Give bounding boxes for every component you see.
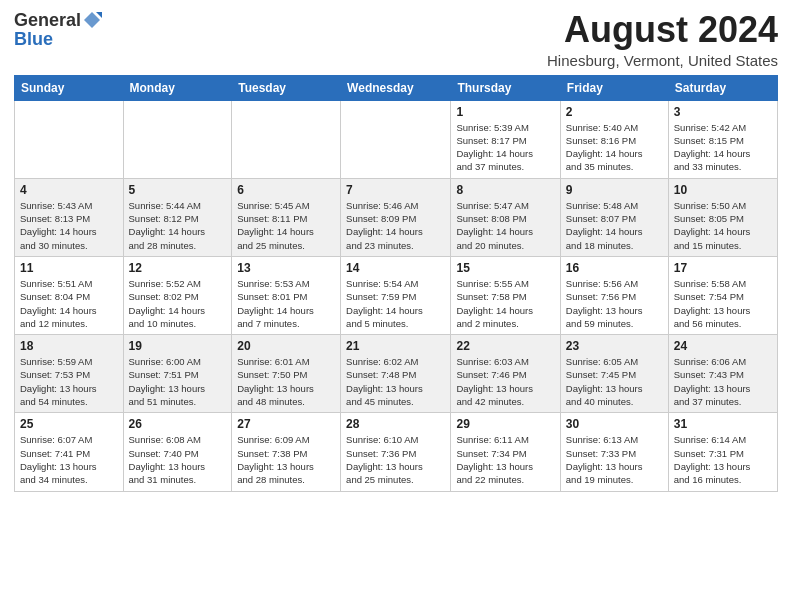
calendar-day-cell: 13Sunrise: 5:53 AM Sunset: 8:01 PM Dayli… xyxy=(232,256,341,334)
calendar-day-cell: 3Sunrise: 5:42 AM Sunset: 8:15 PM Daylig… xyxy=(668,100,777,178)
calendar-day-header: Monday xyxy=(123,75,232,100)
day-info: Sunrise: 5:51 AM Sunset: 8:04 PM Dayligh… xyxy=(20,277,118,330)
calendar-day-header: Sunday xyxy=(15,75,124,100)
calendar-day-cell: 16Sunrise: 5:56 AM Sunset: 7:56 PM Dayli… xyxy=(560,256,668,334)
calendar: SundayMondayTuesdayWednesdayThursdayFrid… xyxy=(14,75,778,492)
day-info: Sunrise: 6:00 AM Sunset: 7:51 PM Dayligh… xyxy=(129,355,227,408)
day-info: Sunrise: 5:50 AM Sunset: 8:05 PM Dayligh… xyxy=(674,199,772,252)
calendar-day-cell: 23Sunrise: 6:05 AM Sunset: 7:45 PM Dayli… xyxy=(560,335,668,413)
day-info: Sunrise: 6:13 AM Sunset: 7:33 PM Dayligh… xyxy=(566,433,663,486)
day-info: Sunrise: 5:56 AM Sunset: 7:56 PM Dayligh… xyxy=(566,277,663,330)
calendar-day-cell: 9Sunrise: 5:48 AM Sunset: 8:07 PM Daylig… xyxy=(560,178,668,256)
day-number: 25 xyxy=(20,417,118,431)
logo-icon xyxy=(82,10,102,30)
calendar-week-row: 4Sunrise: 5:43 AM Sunset: 8:13 PM Daylig… xyxy=(15,178,778,256)
day-number: 4 xyxy=(20,183,118,197)
calendar-week-row: 1Sunrise: 5:39 AM Sunset: 8:17 PM Daylig… xyxy=(15,100,778,178)
day-info: Sunrise: 6:06 AM Sunset: 7:43 PM Dayligh… xyxy=(674,355,772,408)
day-number: 7 xyxy=(346,183,445,197)
day-number: 26 xyxy=(129,417,227,431)
day-info: Sunrise: 5:47 AM Sunset: 8:08 PM Dayligh… xyxy=(456,199,554,252)
day-info: Sunrise: 6:11 AM Sunset: 7:34 PM Dayligh… xyxy=(456,433,554,486)
calendar-day-cell: 24Sunrise: 6:06 AM Sunset: 7:43 PM Dayli… xyxy=(668,335,777,413)
calendar-day-cell: 30Sunrise: 6:13 AM Sunset: 7:33 PM Dayli… xyxy=(560,413,668,491)
calendar-day-cell: 17Sunrise: 5:58 AM Sunset: 7:54 PM Dayli… xyxy=(668,256,777,334)
calendar-day-cell: 22Sunrise: 6:03 AM Sunset: 7:46 PM Dayli… xyxy=(451,335,560,413)
day-number: 3 xyxy=(674,105,772,119)
day-number: 2 xyxy=(566,105,663,119)
day-info: Sunrise: 5:55 AM Sunset: 7:58 PM Dayligh… xyxy=(456,277,554,330)
calendar-day-cell: 1Sunrise: 5:39 AM Sunset: 8:17 PM Daylig… xyxy=(451,100,560,178)
logo: General xyxy=(14,10,103,30)
day-number: 31 xyxy=(674,417,772,431)
day-number: 29 xyxy=(456,417,554,431)
calendar-day-cell: 20Sunrise: 6:01 AM Sunset: 7:50 PM Dayli… xyxy=(232,335,341,413)
logo-blue-text: Blue xyxy=(14,30,53,48)
day-number: 5 xyxy=(129,183,227,197)
calendar-day-header: Friday xyxy=(560,75,668,100)
day-number: 6 xyxy=(237,183,335,197)
svg-marker-0 xyxy=(84,12,100,28)
day-number: 28 xyxy=(346,417,445,431)
calendar-day-cell: 10Sunrise: 5:50 AM Sunset: 8:05 PM Dayli… xyxy=(668,178,777,256)
calendar-day-cell: 7Sunrise: 5:46 AM Sunset: 8:09 PM Daylig… xyxy=(341,178,451,256)
header: General Blue August 2024 Hinesburg, Verm… xyxy=(14,10,778,69)
day-number: 24 xyxy=(674,339,772,353)
day-number: 10 xyxy=(674,183,772,197)
calendar-day-cell: 29Sunrise: 6:11 AM Sunset: 7:34 PM Dayli… xyxy=(451,413,560,491)
day-info: Sunrise: 5:46 AM Sunset: 8:09 PM Dayligh… xyxy=(346,199,445,252)
day-info: Sunrise: 5:44 AM Sunset: 8:12 PM Dayligh… xyxy=(129,199,227,252)
day-number: 19 xyxy=(129,339,227,353)
day-info: Sunrise: 5:53 AM Sunset: 8:01 PM Dayligh… xyxy=(237,277,335,330)
calendar-week-row: 18Sunrise: 5:59 AM Sunset: 7:53 PM Dayli… xyxy=(15,335,778,413)
day-info: Sunrise: 6:10 AM Sunset: 7:36 PM Dayligh… xyxy=(346,433,445,486)
calendar-empty-cell xyxy=(232,100,341,178)
day-info: Sunrise: 5:39 AM Sunset: 8:17 PM Dayligh… xyxy=(456,121,554,174)
calendar-day-cell: 25Sunrise: 6:07 AM Sunset: 7:41 PM Dayli… xyxy=(15,413,124,491)
day-number: 12 xyxy=(129,261,227,275)
day-number: 22 xyxy=(456,339,554,353)
logo-area: General Blue xyxy=(14,10,103,48)
day-number: 11 xyxy=(20,261,118,275)
day-number: 9 xyxy=(566,183,663,197)
calendar-day-cell: 19Sunrise: 6:00 AM Sunset: 7:51 PM Dayli… xyxy=(123,335,232,413)
day-info: Sunrise: 6:05 AM Sunset: 7:45 PM Dayligh… xyxy=(566,355,663,408)
day-info: Sunrise: 5:43 AM Sunset: 8:13 PM Dayligh… xyxy=(20,199,118,252)
calendar-day-cell: 15Sunrise: 5:55 AM Sunset: 7:58 PM Dayli… xyxy=(451,256,560,334)
day-info: Sunrise: 6:14 AM Sunset: 7:31 PM Dayligh… xyxy=(674,433,772,486)
day-number: 18 xyxy=(20,339,118,353)
day-info: Sunrise: 5:58 AM Sunset: 7:54 PM Dayligh… xyxy=(674,277,772,330)
day-info: Sunrise: 5:54 AM Sunset: 7:59 PM Dayligh… xyxy=(346,277,445,330)
calendar-day-cell: 31Sunrise: 6:14 AM Sunset: 7:31 PM Dayli… xyxy=(668,413,777,491)
calendar-day-cell: 18Sunrise: 5:59 AM Sunset: 7:53 PM Dayli… xyxy=(15,335,124,413)
day-number: 15 xyxy=(456,261,554,275)
day-info: Sunrise: 6:03 AM Sunset: 7:46 PM Dayligh… xyxy=(456,355,554,408)
calendar-day-cell: 26Sunrise: 6:08 AM Sunset: 7:40 PM Dayli… xyxy=(123,413,232,491)
day-info: Sunrise: 6:08 AM Sunset: 7:40 PM Dayligh… xyxy=(129,433,227,486)
calendar-day-cell: 2Sunrise: 5:40 AM Sunset: 8:16 PM Daylig… xyxy=(560,100,668,178)
calendar-day-cell: 11Sunrise: 5:51 AM Sunset: 8:04 PM Dayli… xyxy=(15,256,124,334)
day-info: Sunrise: 6:02 AM Sunset: 7:48 PM Dayligh… xyxy=(346,355,445,408)
day-number: 20 xyxy=(237,339,335,353)
main-title: August 2024 xyxy=(547,10,778,50)
calendar-day-cell: 8Sunrise: 5:47 AM Sunset: 8:08 PM Daylig… xyxy=(451,178,560,256)
page: General Blue August 2024 Hinesburg, Verm… xyxy=(0,0,792,612)
calendar-day-header: Thursday xyxy=(451,75,560,100)
logo-general-text: General xyxy=(14,11,81,29)
calendar-empty-cell xyxy=(15,100,124,178)
calendar-day-cell: 14Sunrise: 5:54 AM Sunset: 7:59 PM Dayli… xyxy=(341,256,451,334)
calendar-day-header: Wednesday xyxy=(341,75,451,100)
day-number: 17 xyxy=(674,261,772,275)
day-number: 21 xyxy=(346,339,445,353)
day-number: 27 xyxy=(237,417,335,431)
calendar-day-cell: 12Sunrise: 5:52 AM Sunset: 8:02 PM Dayli… xyxy=(123,256,232,334)
day-info: Sunrise: 5:52 AM Sunset: 8:02 PM Dayligh… xyxy=(129,277,227,330)
day-info: Sunrise: 5:40 AM Sunset: 8:16 PM Dayligh… xyxy=(566,121,663,174)
calendar-empty-cell xyxy=(341,100,451,178)
day-info: Sunrise: 5:48 AM Sunset: 8:07 PM Dayligh… xyxy=(566,199,663,252)
calendar-day-cell: 4Sunrise: 5:43 AM Sunset: 8:13 PM Daylig… xyxy=(15,178,124,256)
day-number: 13 xyxy=(237,261,335,275)
day-info: Sunrise: 6:07 AM Sunset: 7:41 PM Dayligh… xyxy=(20,433,118,486)
day-number: 23 xyxy=(566,339,663,353)
logo-blue-row: Blue xyxy=(14,30,53,48)
